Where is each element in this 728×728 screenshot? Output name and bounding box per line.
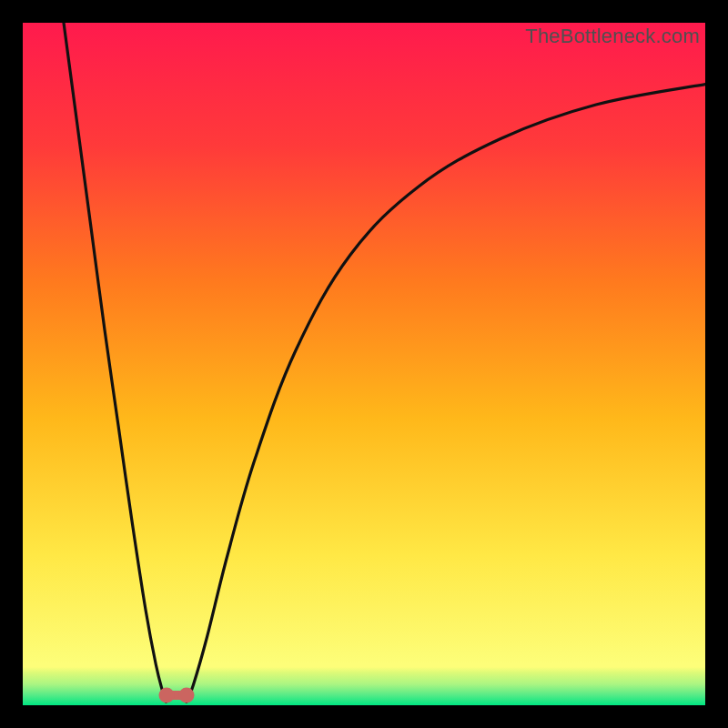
marker-right-foot [179,687,195,703]
marker-left-foot [158,687,174,703]
chart-frame: TheBottleneck.com [23,23,705,705]
curve-right-branch [187,85,705,703]
watermark-text: TheBottleneck.com [525,25,700,48]
bottleneck-curve [23,23,705,705]
curve-left-branch [64,23,167,702]
